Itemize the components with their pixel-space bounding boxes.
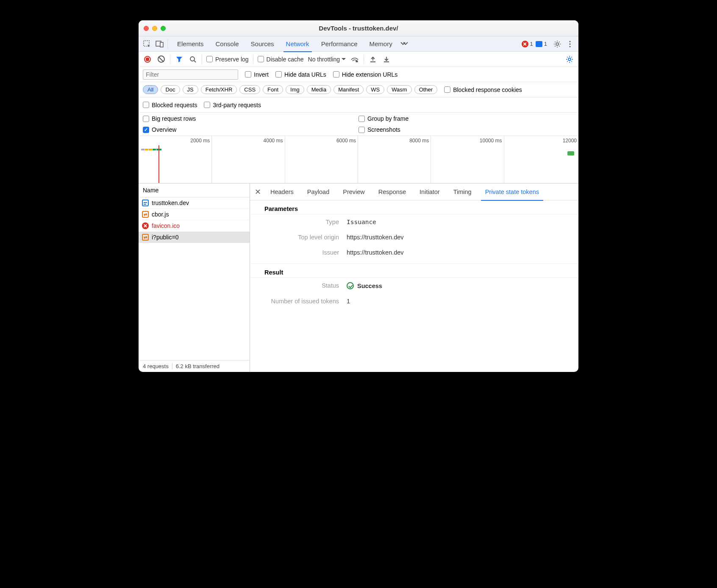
chip-other[interactable]: Other (414, 85, 438, 94)
tab-memory[interactable]: Memory (364, 36, 397, 52)
close-detail-button[interactable]: ✕ (253, 187, 263, 197)
import-har-icon[interactable] (382, 55, 391, 64)
chip-css[interactable]: CSS (239, 85, 260, 94)
search-icon[interactable] (188, 55, 197, 64)
preserve-log-checkbox[interactable]: Preserve log (206, 56, 249, 63)
result-value: 1 (347, 298, 350, 305)
script-icon: ⇄ (142, 211, 149, 218)
screenshots-checkbox[interactable]: Screenshots (358, 126, 574, 133)
detail-tab-preview[interactable]: Preview (337, 183, 371, 200)
tab-performance[interactable]: Performance (316, 36, 363, 52)
filter-input[interactable] (143, 69, 238, 80)
detail-tab-initiator[interactable]: Initiator (414, 183, 446, 200)
invert-checkbox[interactable]: Invert (245, 71, 269, 78)
success-check-icon (347, 282, 354, 289)
kebab-menu-icon[interactable] (565, 39, 575, 49)
filter-row-2: All Doc JS Fetch/XHR CSS Font Img Media … (139, 82, 578, 97)
disable-cache-checkbox[interactable]: Disable cache (258, 56, 304, 63)
svg-point-12 (568, 58, 571, 61)
chip-font[interactable]: Font (263, 85, 283, 94)
chip-img[interactable]: Img (286, 85, 304, 94)
overview-timeline[interactable]: 2000 ms 4000 ms 6000 ms 8000 ms 10000 ms… (139, 136, 578, 183)
blocked-cookies-checkbox[interactable]: Blocked response cookies (444, 86, 522, 93)
traffic-lights (144, 26, 166, 31)
divider (167, 39, 168, 49)
timeline-playhead[interactable] (158, 145, 159, 183)
checkbox-icon (245, 71, 251, 78)
param-key: Type (250, 219, 339, 225)
request-row[interactable]: favicon.ico (139, 220, 250, 232)
hide-data-urls-checkbox[interactable]: Hide data URLs (275, 71, 326, 78)
tab-console[interactable]: Console (211, 36, 244, 52)
checkbox-icon (206, 56, 213, 62)
chip-manifest[interactable]: Manifest (333, 85, 364, 94)
detail-tabs: ✕ Headers Payload Preview Response Initi… (250, 183, 578, 200)
detail-tab-headers[interactable]: Headers (264, 183, 300, 200)
checkbox-icon (358, 116, 365, 122)
blocked-requests-checkbox[interactable]: Blocked requests (143, 102, 197, 108)
svg-line-8 (194, 61, 196, 62)
chip-media[interactable]: Media (307, 85, 331, 94)
close-window-button[interactable] (144, 26, 149, 31)
third-party-checkbox[interactable]: 3rd-party requests (204, 102, 261, 108)
hide-extension-urls-checkbox[interactable]: Hide extension URLs (333, 71, 398, 78)
zoom-window-button[interactable] (161, 26, 166, 31)
chip-js[interactable]: JS (183, 85, 198, 94)
clear-button[interactable] (156, 55, 166, 64)
window-titlebar: DevTools - trusttoken.dev/ (139, 20, 578, 36)
tab-sources[interactable]: Sources (246, 36, 279, 52)
status-text: Success (357, 283, 382, 289)
request-row[interactable]: ⇄ cbor.js (139, 209, 250, 220)
detail-tab-private-state-tokens[interactable]: Private state tokens (479, 183, 545, 200)
tab-elements[interactable]: Elements (172, 36, 209, 52)
error-counter[interactable]: 1 (522, 41, 533, 47)
chip-ws[interactable]: WS (366, 85, 384, 94)
overview-checkbox[interactable]: Overview (143, 126, 358, 133)
request-row[interactable]: ⇄ i?public=0 (139, 232, 250, 243)
request-row[interactable]: trusttoken.dev (139, 197, 250, 209)
network-settings-gear-icon[interactable] (565, 55, 574, 64)
settings-gear-icon[interactable] (552, 39, 562, 49)
message-counter[interactable]: 1 (536, 41, 547, 47)
checkbox-icon (444, 86, 450, 93)
chip-wasm[interactable]: Wasm (387, 85, 411, 94)
error-icon (142, 222, 149, 229)
hide-data-label: Hide data URLs (284, 71, 326, 78)
detail-tab-payload[interactable]: Payload (301, 183, 335, 200)
export-har-icon[interactable] (368, 55, 378, 64)
detail-tab-timing[interactable]: Timing (447, 183, 478, 200)
divider (364, 55, 364, 64)
main-tab-bar: Elements Console Sources Network Perform… (139, 36, 578, 52)
chip-fetch-xhr[interactable]: Fetch/XHR (201, 85, 237, 94)
chip-all[interactable]: All (143, 85, 158, 94)
requests-header[interactable]: Name (139, 183, 250, 197)
minimize-window-button[interactable] (152, 26, 157, 31)
param-value: https://trusttoken.dev (347, 234, 404, 241)
group-by-frame-checkbox[interactable]: Group by frame (358, 115, 574, 122)
invert-label: Invert (254, 71, 269, 78)
panel-tabs: Elements Console Sources Network Perform… (172, 36, 409, 52)
detail-tab-response[interactable]: Response (372, 183, 412, 200)
device-toggle-icon[interactable] (155, 39, 165, 49)
big-rows-checkbox[interactable]: Big request rows (143, 115, 358, 122)
detail-panel: ✕ Headers Payload Preview Response Initi… (250, 183, 578, 372)
result-status-row: Status Success (250, 278, 578, 294)
more-tabs-chevron-icon[interactable] (399, 39, 409, 49)
record-button[interactable] (143, 55, 152, 64)
network-conditions-icon[interactable] (350, 55, 359, 64)
error-count: 1 (530, 41, 533, 47)
inspect-element-icon[interactable] (142, 39, 152, 49)
filter-row-3: Blocked requests 3rd-party requests (139, 97, 578, 113)
throttling-select[interactable]: No throttling (308, 56, 346, 63)
screenshots-label: Screenshots (367, 126, 400, 133)
svg-point-5 (569, 43, 570, 44)
filter-toggle-icon[interactable] (175, 55, 184, 64)
chip-doc[interactable]: Doc (161, 85, 180, 94)
devtools-window: DevTools - trusttoken.dev/ Elements Cons… (139, 20, 578, 372)
param-value: Issuance (347, 219, 376, 225)
group-frame-label: Group by frame (367, 115, 409, 122)
main-area: Name trusttoken.dev ⇄ cbor.js favicon.ic… (139, 183, 578, 372)
svg-rect-2 (160, 42, 163, 47)
status-bar: 4 requests 6.2 kB transferred (139, 360, 250, 372)
tab-network[interactable]: Network (281, 36, 314, 52)
